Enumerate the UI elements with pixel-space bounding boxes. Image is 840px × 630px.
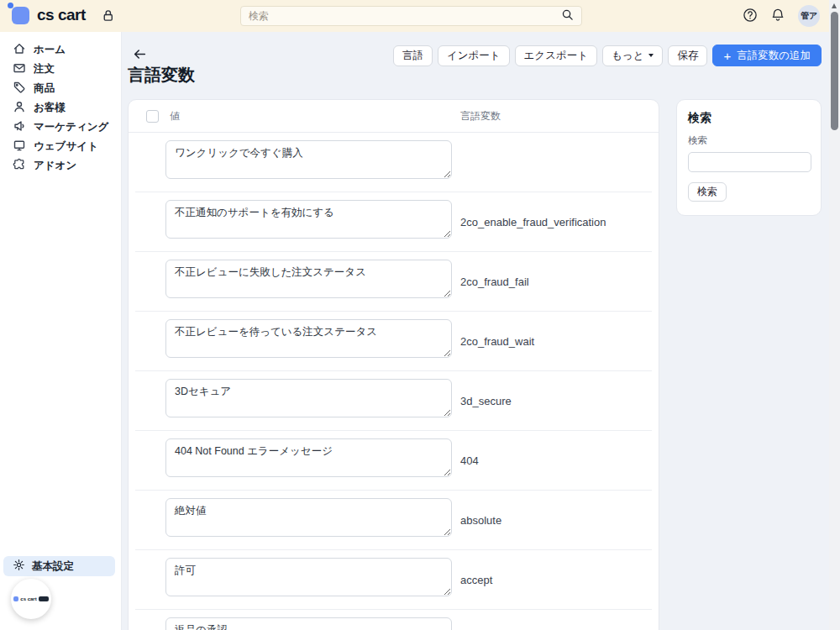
variable-name: 404 [460, 454, 479, 467]
cscart-mini-badge-pill [39, 596, 49, 601]
user-avatar[interactable]: 管ア [798, 5, 820, 27]
sidebar-item-label: ウェブサイト [34, 139, 98, 154]
sidebar-item-label: 注文 [34, 62, 55, 76]
table-row: 3Dセキュア 3d_secure [135, 371, 652, 431]
value-textarea[interactable]: 不正レビューに失敗した注文ステータス [165, 260, 452, 298]
value-textarea[interactable]: 不正通知のサポートを有効にする [165, 200, 452, 239]
lock-icon [101, 13, 115, 25]
customers-icon [13, 100, 26, 116]
cscart-mini-logo-text: cs cart [20, 596, 36, 601]
search-panel: 検索 検索 検索 [676, 99, 822, 216]
addons-icon [13, 158, 26, 174]
orders-icon [13, 61, 26, 77]
back-button[interactable] [133, 47, 147, 64]
table-row: 不正レビューに失敗した注文ステータス 2co_fraud_fail [135, 252, 652, 312]
search-panel-button[interactable]: 検索 [688, 182, 727, 202]
website-icon [13, 139, 26, 155]
cscart-logo-icon [12, 7, 29, 24]
add-language-variable-button[interactable]: + 言語変数の追加 [712, 45, 822, 66]
variable-name: 2co_fraud_wait [460, 335, 534, 348]
value-textarea[interactable]: 3Dセキュア [165, 379, 452, 417]
column-header-variable: 言語変数 [460, 109, 501, 123]
sidebar-item-home[interactable]: ホーム [0, 40, 121, 60]
table-row: 不正通知のサポートを有効にする 2co_enable_fraud_verific… [135, 192, 652, 252]
more-button[interactable]: もっと [602, 45, 663, 66]
variable-name: 3d_secure [460, 395, 512, 407]
scrollbar-thumb[interactable] [831, 12, 838, 130]
sidebar-item-customers[interactable]: お客様 [0, 98, 121, 118]
sidebar-item-marketing[interactable]: マーケティング [0, 118, 121, 137]
sidebar-item-settings[interactable]: 基本設定 [3, 556, 115, 576]
global-search [240, 6, 582, 26]
sidebar-item-website[interactable]: ウェブサイト [0, 137, 121, 156]
search-icon [561, 8, 574, 24]
cscart-logo[interactable]: cs cart [12, 6, 86, 24]
sidebar-item-label: 基本設定 [32, 559, 74, 574]
sidebar-item-products[interactable]: 商品 [0, 79, 121, 98]
table-row: 不正レビューを待っている注文ステータス 2co_fraud_wait [135, 312, 652, 371]
search-panel-input[interactable] [688, 152, 811, 172]
gear-icon [13, 559, 25, 574]
toolbar: 言語 インポート エクスポート もっと 保存 + 言語変数の追加 [393, 45, 822, 66]
table-row: 絶対値 absolute [135, 491, 652, 550]
bell-icon [770, 8, 785, 25]
save-button[interactable]: 保存 [668, 45, 707, 66]
storefront-lock-button[interactable] [101, 8, 115, 25]
sidebar-item-label: 商品 [34, 81, 55, 96]
variable-name: accept [460, 574, 492, 586]
search-panel-title: 検索 [688, 111, 810, 126]
sidebar-item-orders[interactable]: 注文 [0, 60, 121, 79]
language-variables-table: 値 言語変数 ワンクリックで今すぐ購入 不正通知のサポートを有効にする 2co_… [128, 99, 659, 630]
vertical-scrollbar[interactable] [829, 0, 840, 630]
brand-name: cs cart [37, 6, 86, 24]
marketing-icon [13, 119, 26, 135]
cscart-mini-logo-icon [13, 596, 18, 601]
variable-name: absolute [460, 514, 501, 527]
cscart-float-badge[interactable]: cs cart [11, 579, 51, 619]
notifications-button[interactable] [770, 8, 785, 25]
variable-name: 2co_fraud_fail [460, 276, 529, 288]
topbar: cs cart [0, 0, 840, 32]
sidebar-item-label: お客様 [34, 101, 66, 115]
import-button[interactable]: インポート [438, 45, 510, 66]
export-button[interactable]: エクスポート [515, 45, 597, 66]
chevron-down-icon [648, 54, 654, 57]
sidebar-item-label: マーケティング [34, 120, 108, 134]
global-search-input[interactable] [249, 10, 561, 22]
topbar-actions: 管ア [743, 0, 820, 32]
sidebar-item-addons[interactable]: アドオン [0, 156, 121, 176]
variable-name: 2co_enable_fraud_verification [460, 216, 606, 228]
languages-button[interactable]: 言語 [393, 45, 433, 66]
sidebar: ホーム 注文 商品 お客様 マーケティング ウェブサイト アドオン 基本設定 [0, 32, 122, 630]
sidebar-item-label: アドオン [34, 159, 76, 173]
table-header: 値 言語変数 [129, 100, 659, 133]
value-textarea[interactable]: ワンクリックで今すぐ購入 [165, 140, 452, 179]
select-all-checkbox[interactable] [146, 110, 159, 123]
search-field-label: 検索 [688, 134, 810, 147]
home-icon [13, 42, 26, 58]
products-icon [13, 81, 26, 97]
page-title: 言語変数 [128, 64, 195, 87]
table-row: 返品の承認 [135, 610, 652, 630]
sidebar-item-label: ホーム [34, 43, 66, 57]
plus-icon: + [723, 50, 731, 62]
column-header-value: 値 [170, 109, 180, 123]
table-row: 許可 accept [135, 550, 652, 610]
help-icon [743, 8, 758, 25]
value-textarea[interactable]: 404 Not Found エラーメッセージ [165, 438, 452, 477]
value-textarea[interactable]: 不正レビューを待っている注文ステータス [165, 319, 452, 358]
table-row: ワンクリックで今すぐ購入 [135, 133, 652, 192]
help-button[interactable] [743, 8, 758, 25]
value-textarea[interactable]: 返品の承認 [165, 617, 452, 630]
table-row: 404 Not Found エラーメッセージ 404 [135, 431, 652, 491]
scrollbar-up-arrow[interactable] [832, 3, 837, 8]
value-textarea[interactable]: 許可 [165, 558, 452, 596]
arrow-left-icon [133, 51, 147, 64]
value-textarea[interactable]: 絶対値 [165, 498, 452, 537]
